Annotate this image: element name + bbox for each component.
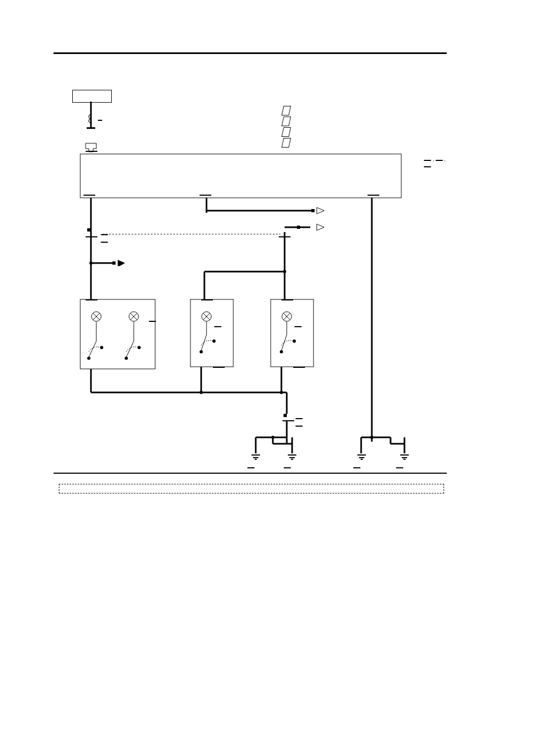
svg-rect-24 (271, 299, 314, 367)
pin-plus (86, 293, 97, 303)
pin-3 (282, 414, 294, 423)
svg-line-34 (126, 341, 134, 357)
svg-rect-11 (112, 261, 116, 265)
conn-m51 (247, 461, 255, 470)
rule (54, 52, 447, 54)
pin-8 (368, 188, 379, 198)
svg-point-49 (200, 391, 203, 394)
conn-r7 (294, 320, 302, 329)
ground-icon (251, 454, 260, 456)
conn-r2 (214, 320, 221, 329)
pin-7b (279, 230, 291, 240)
ground-icon (400, 454, 409, 456)
svg-line-40 (201, 335, 207, 351)
svg-point-50 (280, 391, 283, 394)
ground-icon (357, 454, 366, 456)
conn-e24 (396, 461, 403, 470)
pin-24 (83, 188, 95, 198)
pin-2b (293, 360, 305, 370)
svg-rect-0 (80, 154, 401, 198)
svg-line-30 (89, 341, 96, 357)
conn-e15 (353, 461, 361, 470)
ground-icon (288, 454, 296, 456)
pin-1b (281, 293, 293, 303)
svg-rect-22 (80, 299, 155, 369)
pin-5 (86, 230, 97, 240)
conn-r3 (149, 314, 156, 324)
pin-1a (201, 293, 213, 303)
pin-18 (200, 188, 211, 198)
svg-point-58 (271, 436, 274, 439)
battery-box (72, 90, 112, 103)
connector-views (59, 484, 444, 499)
svg-rect-7 (311, 209, 315, 212)
svg-rect-23 (190, 299, 233, 367)
conn-m2b (295, 419, 303, 429)
wiring-diagram (54, 102, 449, 470)
conn-r1a (101, 235, 108, 245)
svg-line-44 (281, 335, 287, 351)
svg-rect-21 (297, 226, 300, 229)
conn-m57 (284, 461, 291, 470)
svg-rect-2 (87, 127, 95, 129)
pin-7 (86, 144, 97, 154)
pin-2a (213, 360, 225, 370)
rule2 (54, 473, 447, 474)
to-room: ▶ (119, 261, 123, 267)
